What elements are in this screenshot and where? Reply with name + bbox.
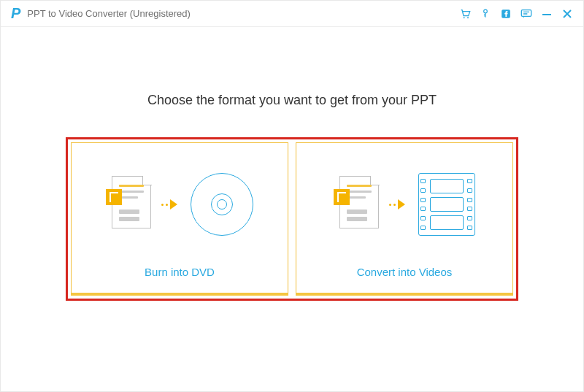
video-film-icon	[418, 173, 475, 236]
minimize-button[interactable]	[538, 5, 556, 23]
cart-icon[interactable]	[456, 5, 474, 23]
option-convert-videos[interactable]: Convert into Videos	[296, 142, 513, 296]
svg-point-0	[464, 17, 465, 18]
close-button[interactable]	[558, 5, 576, 23]
app-window: P PPT to Video Converter (Unregistered) …	[0, 0, 584, 392]
arrow-icon	[161, 199, 180, 210]
svg-rect-5	[542, 14, 551, 15]
ppt-file-icon	[106, 176, 151, 233]
option-burn-dvd-label: Burn into DVD	[145, 266, 215, 278]
arrow-icon	[389, 199, 408, 210]
svg-point-1	[467, 17, 469, 18]
option-convert-videos-graphic	[296, 143, 512, 266]
key-icon[interactable]	[477, 5, 494, 23]
options-highlight-box: Burn into DVD	[66, 137, 518, 301]
svg-rect-4	[521, 9, 531, 16]
dvd-disc-icon	[191, 173, 253, 236]
option-burn-dvd[interactable]: Burn into DVD	[71, 142, 288, 296]
main-content: Choose the format you want to get from y…	[1, 27, 583, 391]
app-title: PPT to Video Converter (Unregistered)	[27, 8, 191, 19]
feedback-icon[interactable]	[518, 5, 535, 23]
option-convert-videos-label: Convert into Videos	[357, 266, 453, 278]
facebook-icon[interactable]	[497, 5, 515, 23]
titlebar: P PPT to Video Converter (Unregistered)	[1, 1, 583, 27]
ppt-file-icon	[334, 176, 379, 233]
svg-point-2	[484, 9, 488, 13]
option-burn-dvd-graphic	[72, 143, 288, 266]
app-logo: P	[11, 5, 20, 22]
page-heading: Choose the format you want to get from y…	[1, 93, 583, 108]
